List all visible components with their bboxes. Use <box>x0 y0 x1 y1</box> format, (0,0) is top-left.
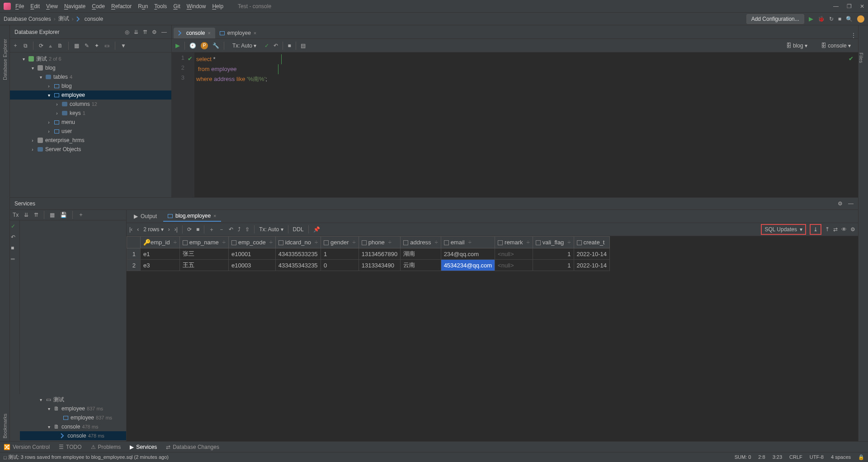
svc-stop-button[interactable]: ■ <box>11 245 19 251</box>
disconnect-icon[interactable]: 🗎 <box>57 43 63 49</box>
reload-grid-icon[interactable]: ⟳ <box>187 226 192 233</box>
menu-code[interactable]: Code <box>92 3 105 10</box>
settings-icon[interactable]: ⚙ <box>152 29 157 35</box>
menu-navigate[interactable]: Navigate <box>64 3 85 10</box>
menu-help[interactable]: Help <box>212 3 223 10</box>
search-everywhere-button[interactable]: 🔍 <box>846 16 853 22</box>
status-line-sep[interactable]: CRLF <box>789 454 802 460</box>
tree-schema-enterprise[interactable]: ›enterprise_hrms <box>10 136 171 145</box>
rerun-button[interactable]: ↻ <box>829 16 834 22</box>
svc-tree-employee-result[interactable]: employee837 ms <box>20 413 126 422</box>
menu-run[interactable]: Run <box>138 3 148 10</box>
debug-button[interactable]: 🐞 <box>818 16 825 22</box>
rail-files[interactable]: Files <box>859 25 864 63</box>
view-icon[interactable]: 👁 <box>841 226 847 233</box>
wrench-icon[interactable]: 🔧 <box>212 43 219 49</box>
target-icon[interactable]: ◎ <box>125 29 129 35</box>
download-button[interactable]: ⤓ <box>810 224 821 235</box>
bb-services[interactable]: ▶ Services <box>130 444 157 450</box>
commit-icon[interactable]: ✓ <box>264 43 269 49</box>
edit-icon[interactable]: ✎ <box>85 43 89 49</box>
rail-bookmarks[interactable]: Bookmarks <box>2 414 8 438</box>
add-row-icon[interactable]: ＋ <box>209 226 214 233</box>
tree-keys-folder[interactable]: ›keys1 <box>10 109 171 118</box>
col-phone[interactable]: phone÷ <box>359 237 401 248</box>
status-caret[interactable]: 2:8 <box>758 454 765 460</box>
svc-add-icon[interactable]: ＋ <box>78 211 84 219</box>
col-remark[interactable]: remark÷ <box>495 237 533 248</box>
tree-server-objects[interactable]: ›Server Objects <box>10 145 171 154</box>
execute-button[interactable]: ▶ <box>175 42 180 49</box>
col-address[interactable]: address÷ <box>401 237 441 248</box>
bb-db-changes[interactable]: ⇄ Database Changes <box>166 444 219 450</box>
stop-ds-icon[interactable]: ⟁ <box>49 43 52 49</box>
result-tab[interactable]: blog.employee× <box>163 211 221 222</box>
status-indent[interactable]: 4 spaces <box>831 454 851 460</box>
menu-git[interactable]: Git <box>173 3 180 10</box>
col-emp_id[interactable]: 🔑emp_id÷ <box>141 237 180 248</box>
tree-datasource[interactable]: ▾测试2 of 6 <box>10 54 171 63</box>
first-page-icon[interactable]: |‹ <box>129 226 132 233</box>
breadcrumb-console[interactable]: console <box>85 16 103 22</box>
duplicate-icon[interactable]: ⧉ <box>24 43 28 49</box>
tab-console[interactable]: console × <box>174 28 215 38</box>
run-button[interactable]: ▶ <box>809 15 813 22</box>
output-tab[interactable]: ▶Output <box>129 211 161 221</box>
collapse-all-icon[interactable]: ⇈ <box>143 29 147 35</box>
user-avatar-icon[interactable] <box>857 15 864 23</box>
tree-tables-folder[interactable]: ▾tables4 <box>10 72 171 81</box>
grid-tx-select[interactable]: Tx: Auto ▾ <box>259 226 283 233</box>
view-mode-icon[interactable]: ▭ <box>104 43 109 49</box>
history-icon[interactable]: 🕘 <box>189 43 196 49</box>
close-window-button[interactable]: ✕ <box>860 3 864 10</box>
filter-icon[interactable]: ▼ <box>121 43 126 49</box>
explain-plan-icon[interactable]: P <box>201 42 208 49</box>
ddl-button[interactable]: DDL <box>293 226 304 233</box>
menu-file[interactable]: File <box>15 3 24 10</box>
tab-options-icon[interactable]: ⋮ <box>851 32 856 38</box>
prev-page-icon[interactable]: ‹ <box>137 226 139 233</box>
menu-edit[interactable]: Edit <box>30 3 40 10</box>
breadcrumb-db[interactable]: 测试 <box>58 15 69 23</box>
menu-refactor[interactable]: Refactor <box>111 3 132 10</box>
tree-table-blog[interactable]: ›blog <box>10 81 171 90</box>
svc-grid-icon[interactable]: ▦ <box>50 212 55 218</box>
status-lock-icon[interactable]: 🔒 <box>858 454 864 460</box>
svc-tree-console-result[interactable]: console478 ms <box>20 431 126 440</box>
rail-db-explorer[interactable]: Database Explorer <box>2 39 8 80</box>
revert-icon[interactable]: ↶ <box>229 226 233 233</box>
col-emp_code[interactable]: emp_code÷ <box>228 237 275 248</box>
svc-tree-root[interactable]: ▾▭测试 <box>20 395 126 404</box>
tree-table-user[interactable]: ›user <box>10 127 171 136</box>
code-editor[interactable]: 1✔ 2 3 select * from employee where addr… <box>172 52 858 197</box>
rollback-icon[interactable]: ↶ <box>274 43 278 49</box>
bb-version-control[interactable]: 🔀 Version Control <box>4 444 50 450</box>
next-page-icon[interactable]: › <box>168 226 170 233</box>
submit-icon[interactable]: ⇧ <box>245 226 250 233</box>
pin-icon[interactable]: 📌 <box>313 226 320 233</box>
schema-select[interactable]: 🗄 blog ▾ <box>783 42 811 50</box>
svc-collapse-icon[interactable]: ⇈ <box>34 212 38 218</box>
add-datasource-button[interactable]: ＋ <box>13 42 18 49</box>
cancel-query-icon[interactable]: ■ <box>288 43 291 49</box>
tree-schema-blog[interactable]: ▾blog <box>10 63 171 72</box>
svc-tree-employee[interactable]: ▾🗎employee837 ms <box>20 404 126 413</box>
col-emp_name[interactable]: emp_name÷ <box>179 237 228 248</box>
row-count-label[interactable]: 2 rows ▾ <box>143 226 164 233</box>
tx-mode-select[interactable]: Tx: Auto ▾ <box>229 42 260 50</box>
export-format-select[interactable]: SQL Updates ▾ <box>761 224 806 235</box>
tab-employee[interactable]: employee × <box>215 28 261 38</box>
services-settings-icon[interactable]: ⚙ <box>838 200 843 207</box>
menu-tools[interactable]: Tools <box>154 3 167 10</box>
minimize-panel-icon[interactable]: — <box>161 29 167 35</box>
upload-icon[interactable]: ⤒ <box>825 226 830 233</box>
add-configuration-button[interactable]: Add Configuration... <box>746 14 804 24</box>
close-tab-icon[interactable]: × <box>254 30 256 36</box>
grid-row[interactable]: 1 e1张三e10001434335533235113134567890湖南23… <box>127 248 610 260</box>
compress-icon[interactable]: ✦ <box>94 43 99 49</box>
col-create_t[interactable]: create_t <box>574 237 610 248</box>
expand-all-icon[interactable]: ⇊ <box>134 29 138 35</box>
minimize-button[interactable]: — <box>833 3 839 10</box>
svc-expand-icon[interactable]: ⇊ <box>24 212 28 218</box>
services-minimize-icon[interactable]: — <box>848 200 854 207</box>
